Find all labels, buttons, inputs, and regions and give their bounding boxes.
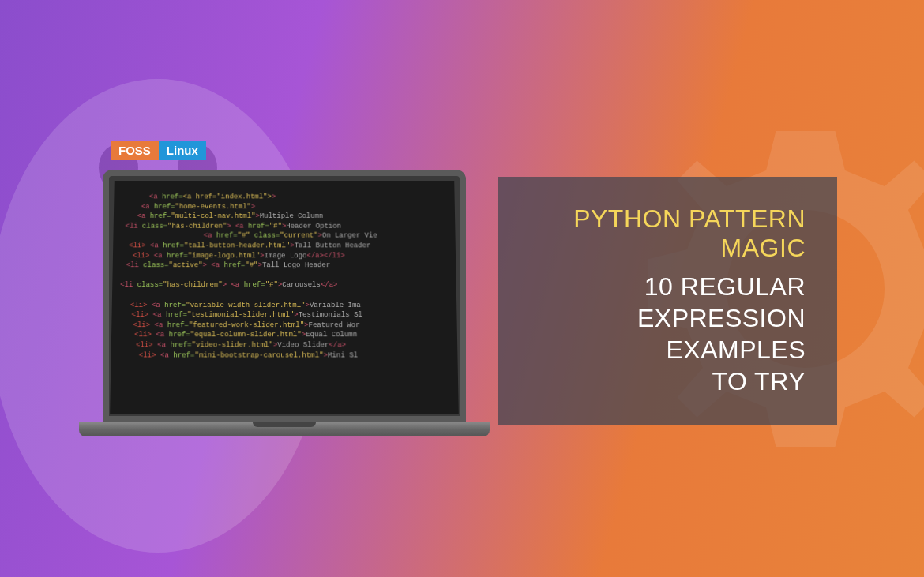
title-main: PYTHON PATTERN MAGIC — [529, 204, 806, 263]
laptop-screen: <a href=<a href="index.html">> <a href="… — [103, 170, 466, 422]
foss-linux-badge: FOSS Linux — [111, 141, 206, 160]
laptop-container: FOSS Linux <a href=<a href="index.html">… — [87, 141, 482, 436]
laptop-illustration: <a href=<a href="index.html">> <a href="… — [103, 170, 466, 436]
foss-label: FOSS — [111, 141, 159, 160]
code-screen: <a href=<a href="index.html">> <a href="… — [110, 181, 459, 414]
content-wrapper: FOSS Linux <a href=<a href="index.html">… — [0, 0, 924, 577]
linux-label: Linux — [159, 141, 206, 160]
laptop-base — [79, 422, 490, 436]
title-box: PYTHON PATTERN MAGIC 10 REGULAR EXPRESSI… — [498, 177, 837, 425]
title-subtitle: 10 REGULAR EXPRESSION EXAMPLES TO TRY — [529, 271, 806, 397]
